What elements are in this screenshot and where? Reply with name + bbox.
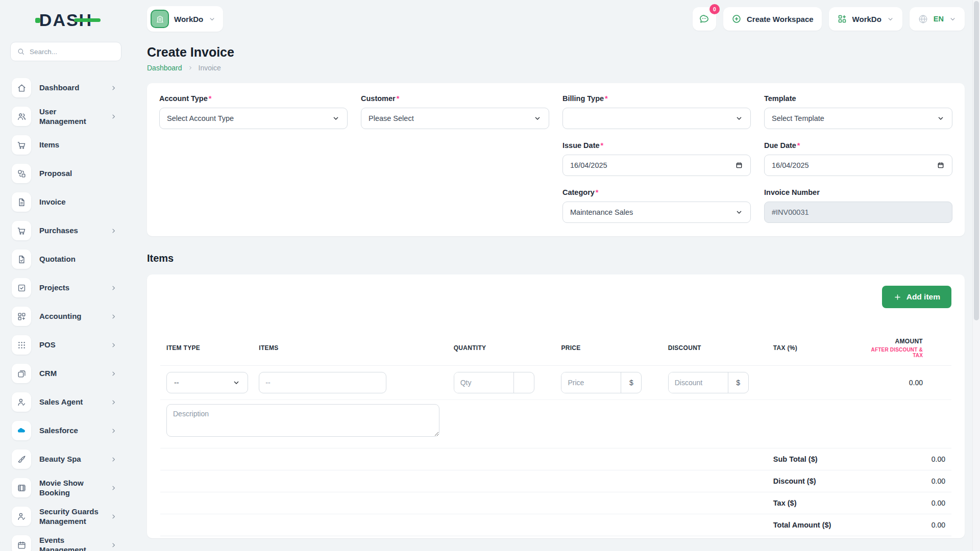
account-type-select[interactable]: Select Account Type xyxy=(159,108,348,129)
breadcrumb: Dashboard Invoice xyxy=(147,64,965,72)
cart-icon xyxy=(12,135,31,155)
row-amount: 0.00 xyxy=(853,366,951,400)
sidebar-search xyxy=(10,42,121,61)
chevron-right-icon xyxy=(110,541,117,549)
billing-type-select[interactable] xyxy=(562,108,751,129)
col-header-item-type: ITEM TYPE xyxy=(160,333,253,366)
sidebar-item-salesforce[interactable]: Salesforce xyxy=(0,416,132,445)
chevron-down-icon xyxy=(887,15,894,23)
sidebar-item-label: Security Guards Management xyxy=(39,507,102,527)
search-icon xyxy=(17,47,25,56)
sidebar-item-quotation[interactable]: Quotation xyxy=(0,245,132,273)
tax-cell xyxy=(767,366,853,400)
chevron-down-icon xyxy=(332,114,340,122)
item-name-input[interactable] xyxy=(259,372,386,393)
breadcrumb-dashboard-link[interactable]: Dashboard xyxy=(147,64,182,72)
sidebar-item-proposal[interactable]: Proposal xyxy=(0,159,132,188)
plus-icon xyxy=(893,293,902,302)
globe-icon xyxy=(918,14,928,24)
messages-button[interactable]: 0 xyxy=(693,7,716,31)
sidebar-item-crm[interactable]: CRM xyxy=(0,359,132,388)
items-table-header-row: ITEM TYPE ITEMS QUANTITY PRICE DISCOUNT … xyxy=(160,333,951,366)
due-date-input[interactable]: 16/04/2025 xyxy=(764,155,952,176)
total-amount-value: 0.00 xyxy=(853,514,951,536)
sidebar-item-beauty-spa[interactable]: Beauty Spa xyxy=(0,445,132,473)
chevron-down-icon xyxy=(735,208,743,216)
amount-subnote: AFTER DISCOUNT & TAX xyxy=(860,347,923,358)
discount-input-group: $ xyxy=(668,372,749,393)
checkbox-icon xyxy=(12,278,31,297)
quantity-input[interactable] xyxy=(454,372,513,393)
chevron-down-icon xyxy=(232,379,240,387)
discount-total-value: 0.00 xyxy=(853,470,951,492)
sidebar-item-label: Movie Show Booking xyxy=(39,478,102,498)
category-select[interactable]: Maintenance Sales xyxy=(562,202,751,223)
person-check-icon xyxy=(12,392,31,412)
chevron-right-icon xyxy=(110,113,117,120)
brand-logo[interactable]: DASH xyxy=(0,8,132,32)
scrollbar-thumb[interactable] xyxy=(974,1,979,320)
chevron-down-icon xyxy=(735,114,743,122)
overlap-squares-icon xyxy=(12,364,31,383)
chevron-down-icon xyxy=(937,114,945,122)
chevron-right-icon xyxy=(110,398,117,406)
template-select[interactable]: Select Template xyxy=(764,108,952,129)
workspace-apps-button[interactable]: WorkDo xyxy=(829,7,902,31)
sidebar-item-security-guards-management[interactable]: Security Guards Management xyxy=(0,502,132,531)
sidebar-item-accounting[interactable]: Accounting xyxy=(0,302,132,331)
sidebar-item-events-management[interactable]: Events Management xyxy=(0,531,132,551)
sidebar-item-label: Quotation xyxy=(39,254,117,264)
price-input[interactable] xyxy=(561,372,621,393)
sidebar-item-pos[interactable]: POS xyxy=(0,331,132,359)
sidebar-item-movie-show-booking[interactable]: Movie Show Booking xyxy=(0,473,132,502)
search-input[interactable] xyxy=(30,48,120,56)
customer-select[interactable]: Please Select xyxy=(361,108,549,129)
sidebar-item-dashboard[interactable]: Dashboard xyxy=(0,73,132,102)
sidebar-item-items[interactable]: Items xyxy=(0,131,132,159)
subtotal-value: 0.00 xyxy=(853,448,951,470)
chevron-right-icon xyxy=(110,341,117,349)
salesforce-cloud-icon xyxy=(12,421,31,440)
person-check-icon xyxy=(12,507,31,526)
description-textarea[interactable] xyxy=(166,404,439,437)
discount-total-row: Discount ($) 0.00 xyxy=(160,470,951,492)
quantity-unit-suffix xyxy=(513,372,534,393)
page-scrollbar[interactable] xyxy=(972,0,980,551)
sidebar-item-purchases[interactable]: Purchases xyxy=(0,216,132,245)
col-header-quantity: QUANTITY xyxy=(448,333,555,366)
chevron-right-icon xyxy=(110,484,117,492)
category-field: Category* Maintenance Sales xyxy=(562,188,751,223)
tax-total-label: Tax ($) xyxy=(767,492,853,514)
sidebar-item-label: Dashboard xyxy=(39,83,102,93)
swap-boxes-icon xyxy=(12,164,31,183)
document-icon xyxy=(12,192,31,212)
item-row: -- $ xyxy=(160,366,951,400)
film-icon xyxy=(12,478,31,497)
dots-grid-icon xyxy=(12,335,31,355)
col-header-amount: AMOUNT AFTER DISCOUNT & TAX xyxy=(853,333,951,366)
sidebar-item-sales-agent[interactable]: Sales Agent xyxy=(0,388,132,416)
language-selector[interactable]: EN xyxy=(910,7,965,31)
create-workspace-button[interactable]: Create Workspace xyxy=(723,7,822,31)
sidebar-item-label: Items xyxy=(39,140,117,150)
add-item-button[interactable]: Add item xyxy=(882,286,951,308)
sidebar-item-label: Accounting xyxy=(39,311,102,321)
issue-date-input[interactable]: 16/04/2025 xyxy=(562,155,751,176)
sidebar-item-projects[interactable]: Projects xyxy=(0,273,132,302)
discount-total-label: Discount ($) xyxy=(767,470,853,492)
invoice-form-card: Account Type* Select Account Type Custom… xyxy=(147,83,965,236)
workspace-selector[interactable]: WorkDo xyxy=(147,6,223,32)
sidebar-item-invoice[interactable]: Invoice xyxy=(0,188,132,216)
sidebar-item-label: Beauty Spa xyxy=(39,454,102,464)
chat-badge: 0 xyxy=(709,4,720,14)
item-type-select[interactable]: -- xyxy=(166,372,248,393)
tax-total-value: 0.00 xyxy=(853,492,951,514)
apps-plus-icon xyxy=(837,14,847,24)
account-type-field: Account Type* Select Account Type xyxy=(159,94,348,129)
chevron-right-icon xyxy=(187,65,193,71)
price-currency-suffix: $ xyxy=(621,372,641,393)
sidebar-item-user-management[interactable]: User Management xyxy=(0,102,132,131)
items-card: Add item ITEM TYPE ITEMS QUANTITY PRICE … xyxy=(147,274,965,538)
discount-input[interactable] xyxy=(669,372,728,393)
sidebar-nav: Dashboard User Management Items Proposal… xyxy=(0,73,132,551)
